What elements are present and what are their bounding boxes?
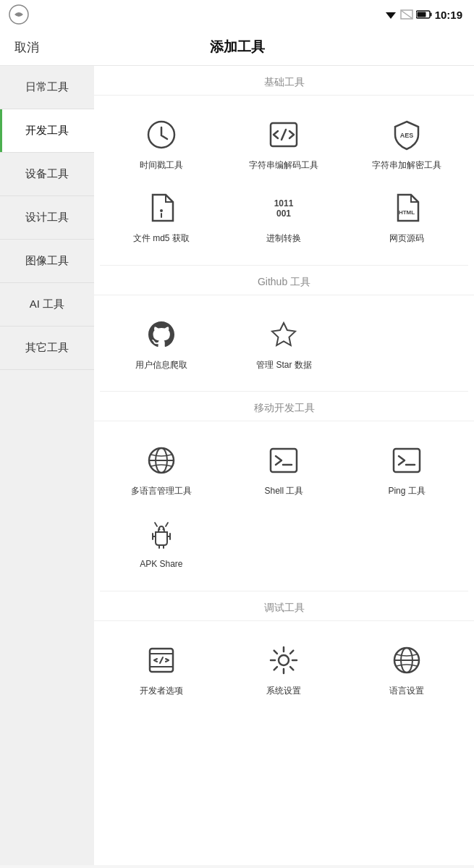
cancel-button[interactable]: 取消 <box>14 39 39 56</box>
tool-label-string-encode: 字符串编解码工具 <box>249 159 318 172</box>
tool-apk-share[interactable]: APK Share <box>100 506 223 579</box>
signal-icon <box>400 9 413 20</box>
tool-time-stamp[interactable]: 时间戳工具 <box>100 107 223 180</box>
main-layout: 日常工具 开发工具 设备工具 设计工具 图像工具 AI 工具 其它工具 基础工具… <box>0 66 474 865</box>
code-box-icon <box>265 116 302 153</box>
sidebar-item-other[interactable]: 其它工具 <box>0 326 94 370</box>
tool-grid-github: 用户信息爬取 管理 Star 数据 <box>94 295 474 392</box>
tool-label-base-convert: 进制转换 <box>266 232 301 245</box>
tool-label-multi-lang: 多语言管理工具 <box>131 485 192 497</box>
tool-file-md5[interactable]: 文件 md5 获取 <box>100 180 223 253</box>
svg-line-9 <box>282 130 286 140</box>
star-icon <box>265 316 302 353</box>
app-icon <box>9 4 29 25</box>
section-header-github: Github 工具 <box>94 266 474 295</box>
tool-label-string-encrypt: 字符串加解密工具 <box>372 159 441 172</box>
page-title: 添加工具 <box>210 38 265 56</box>
tool-label-html-source: 网页源码 <box>389 232 424 245</box>
gear-icon <box>265 641 302 679</box>
svg-marker-16 <box>272 323 295 345</box>
globe-icon <box>143 442 180 479</box>
sidebar-item-device[interactable]: 设备工具 <box>0 153 94 196</box>
tool-grid-mobile: 多语言管理工具 Shell 工具 Ping 工具 <box>94 421 474 591</box>
tool-label-ping: Ping 工具 <box>388 485 425 497</box>
file-info-icon <box>143 189 180 227</box>
svg-point-11 <box>160 209 163 212</box>
tool-grid-debug: 开发者选项 系统设置 语言设置 <box>94 621 474 717</box>
tool-label-time-stamp: 时间戳工具 <box>140 159 183 172</box>
section-header-mobile: 移动开发工具 <box>94 392 474 421</box>
terminal-icon <box>265 442 302 479</box>
tool-star-manage[interactable]: 管理 Star 数据 <box>223 307 346 380</box>
svg-rect-20 <box>271 449 297 472</box>
tool-base-convert[interactable]: 1011001 进制转换 <box>223 180 346 253</box>
svg-point-25 <box>162 528 164 531</box>
tool-string-encrypt[interactable]: AES 字符串加解密工具 <box>345 107 468 180</box>
sidebar-item-dev[interactable]: 开发工具 <box>0 109 94 153</box>
section-header-debug: 调试工具 <box>94 591 474 621</box>
svg-text:HTML: HTML <box>399 209 415 216</box>
tool-html-source[interactable]: HTML 网页源码 <box>345 180 468 253</box>
svg-line-32 <box>155 523 157 526</box>
tool-label-sys-settings: 系统设置 <box>266 685 301 697</box>
status-icons: 10:19 <box>384 9 462 21</box>
svg-line-33 <box>166 523 168 526</box>
tool-ping[interactable]: Ping 工具 <box>345 433 468 506</box>
binary-icon: 1011001 <box>265 189 302 227</box>
tool-dev-options[interactable]: 开发者选项 <box>100 633 223 706</box>
shield-aes-icon: AES <box>388 116 426 153</box>
tool-label-lang-settings: 语言设置 <box>389 685 424 697</box>
section-header-basic: 基础工具 <box>94 66 474 96</box>
tool-label-dev-options: 开发者选项 <box>140 685 183 697</box>
tool-string-encode[interactable]: 字符串编解码工具 <box>223 107 346 180</box>
clock-icon <box>143 116 180 153</box>
dev-options-icon <box>143 641 180 679</box>
sidebar-item-design[interactable]: 设计工具 <box>0 196 94 240</box>
tool-label-shell: Shell 工具 <box>264 485 303 497</box>
sidebar-item-image[interactable]: 图像工具 <box>0 240 94 283</box>
sidebar-item-daily[interactable]: 日常工具 <box>0 66 94 109</box>
svg-point-38 <box>279 655 289 665</box>
tool-grid-basic: 时间戳工具 字符串编解码工具 AES 字符串加解密工具 文件 md5 获取 <box>94 96 474 265</box>
tool-label-file-md5: 文件 md5 获取 <box>133 232 190 245</box>
tool-multi-lang[interactable]: 多语言管理工具 <box>100 433 223 506</box>
svg-text:AES: AES <box>400 132 414 139</box>
terminal2-icon <box>388 442 426 479</box>
globe2-icon <box>388 641 426 679</box>
tool-shell[interactable]: Shell 工具 <box>223 433 346 506</box>
content-area: 基础工具 时间戳工具 字符串编解码工具 AES 字符串加解密工具 <box>94 66 474 865</box>
sidebar: 日常工具 开发工具 设备工具 设计工具 图像工具 AI 工具 其它工具 <box>0 66 94 865</box>
tool-lang-settings[interactable]: 语言设置 <box>345 633 468 706</box>
status-bar: 10:19 <box>0 0 474 29</box>
svg-text:001: 001 <box>276 208 291 219</box>
svg-rect-5 <box>430 13 431 17</box>
android-icon <box>143 515 180 552</box>
github-icon <box>143 316 180 353</box>
svg-marker-1 <box>386 12 396 19</box>
tool-label-user-crawl: 用户信息爬取 <box>135 359 187 371</box>
tool-sys-settings[interactable]: 系统设置 <box>223 633 346 706</box>
tool-label-apk-share: APK Share <box>140 558 182 570</box>
svg-line-3 <box>402 11 412 18</box>
svg-rect-6 <box>417 12 426 17</box>
battery-icon <box>416 9 432 20</box>
wifi-icon <box>384 9 397 20</box>
app-header: 取消 添加工具 <box>0 29 474 66</box>
sidebar-item-ai[interactable]: AI 工具 <box>0 283 94 326</box>
svg-rect-22 <box>394 449 420 472</box>
svg-text:1011: 1011 <box>274 198 294 208</box>
svg-point-24 <box>158 528 160 531</box>
html-file-icon: HTML <box>388 189 426 227</box>
status-time: 10:19 <box>435 9 462 21</box>
svg-line-37 <box>160 657 163 663</box>
tool-user-crawl[interactable]: 用户信息爬取 <box>100 307 223 380</box>
tool-label-star-manage: 管理 Star 数据 <box>256 359 312 371</box>
